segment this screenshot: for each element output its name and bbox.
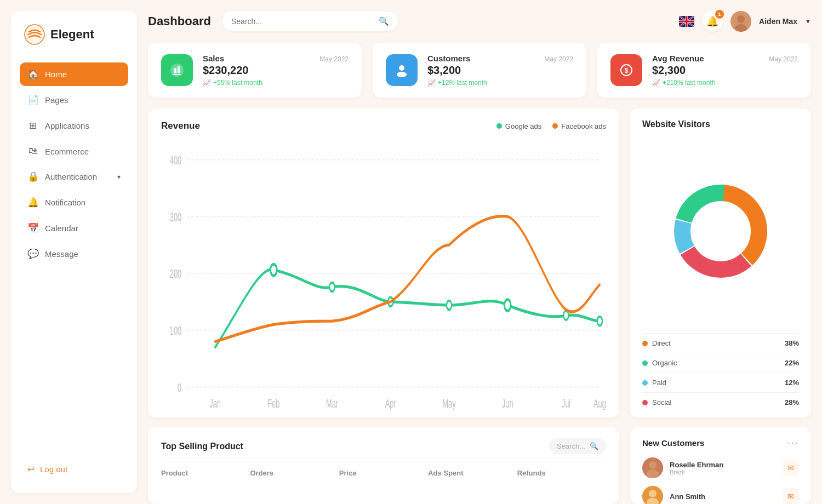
svg-point-35 — [563, 311, 568, 320]
table-search-icon: 🔍 — [590, 442, 598, 450]
logo: Elegent — [20, 24, 128, 45]
revenue-chart-card: Revenue Google ads Facebook ads — [148, 108, 619, 417]
header: Dashboard 🔍 🔔 1 — [148, 11, 811, 32]
avg-revenue-card-trend: 📈 +210% last month — [652, 79, 798, 87]
svg-text:Mar: Mar — [326, 396, 338, 410]
avg-revenue-card-date: May 2022 — [769, 55, 798, 63]
sidebar-item-applications[interactable]: ⊞ Applications — [20, 114, 128, 138]
col-ads-spent: Ads Spent — [428, 469, 517, 477]
sidebar-item-home-label: Home — [45, 70, 67, 79]
donut-chart — [671, 182, 770, 280]
table-title: Top Selling Product — [161, 442, 243, 451]
svg-text:Jun: Jun — [502, 396, 513, 410]
avg-revenue-card-value: $2,300 — [652, 64, 798, 77]
sidebar-item-calendar-label: Calendar — [45, 224, 78, 233]
chart-header: Revenue Google ads Facebook ads — [161, 121, 606, 131]
col-orders: Orders — [250, 469, 339, 477]
svg-text:400: 400 — [170, 153, 181, 167]
sidebar-item-pages[interactable]: 📄 Pages — [20, 88, 128, 112]
sidebar-item-authentication[interactable]: 🔒 Authentication ▾ — [20, 165, 128, 188]
user-avatar[interactable] — [730, 11, 751, 32]
home-icon: 🏠 — [27, 68, 38, 80]
chart-area: 400 300 200 100 0 Jan Feb Mar Apr May Ju… — [161, 137, 606, 410]
sidebar-item-notification-label: Notification — [45, 198, 85, 207]
notification-icon: 🔔 — [27, 197, 38, 208]
sales-card: Sales May 2022 $230,220 📈 +55% last mont… — [148, 43, 362, 98]
calendar-icon: 📅 — [27, 222, 38, 234]
direct-pct: 38% — [785, 339, 799, 347]
language-flag[interactable] — [679, 16, 694, 27]
customer-item-1: Ann Smith ✉ — [642, 484, 799, 504]
customer-name-1: Ann Smith — [670, 492, 776, 501]
svg-rect-7 — [178, 66, 180, 73]
header-actions: 🔔 1 Aiden Max ▼ — [679, 11, 811, 32]
sidebar-item-pages-label: Pages — [45, 95, 68, 105]
user-dropdown-icon[interactable]: ▼ — [805, 18, 811, 25]
customers-card-trend: 📈 +12% last month — [427, 79, 573, 87]
main-content: Dashboard 🔍 🔔 1 — [137, 0, 822, 504]
customers-card-label: Customers — [427, 54, 470, 63]
direct-dot — [642, 341, 648, 346]
user-name: Aiden Max — [759, 17, 797, 26]
customers-more-button[interactable]: ··· — [787, 437, 799, 449]
ecommerce-icon: 🛍 — [27, 146, 38, 157]
google-ads-dot — [496, 123, 502, 129]
table-search[interactable]: Search... 🔍 — [549, 438, 606, 454]
customer-mail-button-0[interactable]: ✉ — [783, 460, 799, 476]
sidebar-nav: 🏠 Home 📄 Pages ⊞ Applications 🛍 Ecommerc… — [20, 62, 128, 452]
sidebar-item-authentication-label: Authentication — [45, 172, 97, 181]
customers-title: New Customers — [642, 438, 704, 448]
top-selling-card: Top Selling Product Search... 🔍 Product … — [148, 427, 619, 504]
sidebar: Elegent 🏠 Home 📄 Pages ⊞ Applications 🛍 … — [11, 11, 137, 493]
svg-text:0: 0 — [178, 380, 181, 394]
stats-cards: Sales May 2022 $230,220 📈 +55% last mont… — [148, 43, 811, 98]
avg-revenue-card-label: Avg Revenue — [652, 54, 704, 63]
sidebar-item-calendar[interactable]: 📅 Calendar — [20, 216, 128, 240]
search-bar[interactable]: 🔍 — [222, 12, 398, 31]
svg-text:100: 100 — [170, 323, 181, 337]
logout-label: Log out — [40, 465, 67, 474]
svg-text:May: May — [442, 396, 456, 410]
visitor-segment-organic: Organic 22% — [642, 359, 799, 367]
visitor-segment-paid: Paid 12% — [642, 379, 799, 387]
paid-dot — [642, 380, 648, 386]
sales-card-icon — [161, 54, 193, 86]
sidebar-item-notification[interactable]: 🔔 Notification — [20, 191, 128, 214]
message-icon: 💬 — [27, 248, 38, 260]
facebook-ads-dot — [552, 123, 558, 129]
customer-mail-button-1[interactable]: ✉ — [783, 488, 799, 504]
svg-text:300: 300 — [170, 210, 181, 224]
customer-item-0: Roselle Ehrman Brazil ✉ — [642, 455, 799, 480]
sales-card-date: May 2022 — [319, 55, 349, 63]
sidebar-item-message[interactable]: 💬 Message — [20, 242, 128, 266]
visitor-segment-social: Social 28% — [642, 398, 799, 406]
customers-card-value: $3,200 — [427, 64, 573, 77]
paid-pct: 12% — [785, 379, 799, 387]
customers-card-info: Customers May 2022 $3,200 📈 +12% last mo… — [427, 54, 573, 87]
sidebar-item-home[interactable]: 🏠 Home — [20, 62, 128, 86]
svg-point-44 — [647, 469, 659, 478]
customers-card-icon — [386, 54, 418, 86]
avg-revenue-card-info: Avg Revenue May 2022 $2,300 📈 +210% last… — [652, 54, 798, 87]
sidebar-item-applications-label: Applications — [45, 121, 89, 130]
search-input[interactable] — [231, 17, 374, 26]
legend-google-ads: Google ads — [496, 122, 542, 130]
customer-info-1: Ann Smith — [670, 492, 776, 501]
notification-button[interactable]: 🔔 1 — [702, 11, 723, 32]
logout-button[interactable]: ↩ Log out — [20, 459, 128, 480]
social-pct: 28% — [785, 398, 799, 406]
search-icon: 🔍 — [379, 16, 389, 26]
logo-text: Elegent — [50, 27, 94, 42]
sidebar-item-ecommerce[interactable]: 🛍 Ecommerce — [20, 140, 128, 163]
col-product: Product — [161, 469, 250, 477]
chart-legend: Google ads Facebook ads — [496, 122, 606, 130]
svg-point-36 — [597, 317, 602, 326]
svg-point-30 — [271, 264, 277, 276]
pages-icon: 📄 — [27, 94, 38, 106]
customers-card-date: May 2022 — [544, 55, 573, 63]
organic-dot — [642, 360, 648, 366]
new-customers-card: New Customers ··· Roselle Ehrman Brazil — [630, 427, 811, 504]
svg-point-34 — [504, 300, 511, 311]
visitors-legend: Direct 38% Organic 22% Paid 12% — [642, 333, 799, 406]
social-label: Social — [652, 398, 780, 406]
